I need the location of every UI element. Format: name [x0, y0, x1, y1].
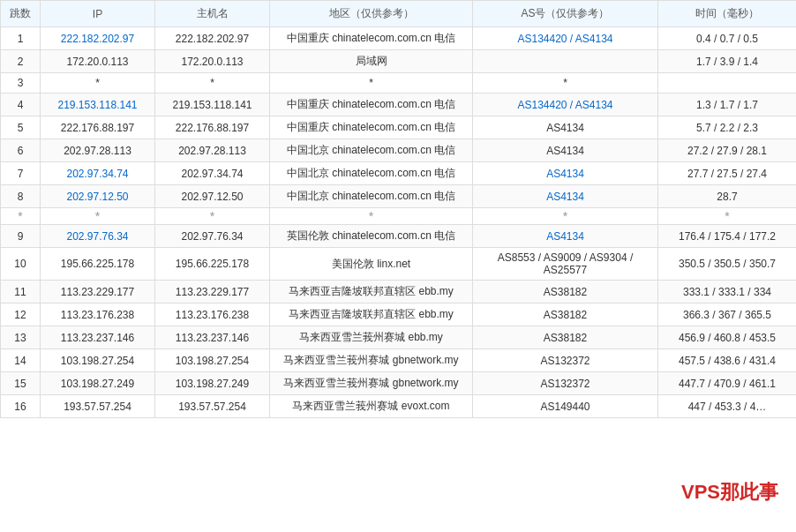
cell-num: 4	[1, 94, 41, 116]
table-row: 2172.20.0.113172.20.0.113局域网1.7 / 3.9 / …	[1, 50, 797, 73]
cell-as: AS4134	[473, 139, 658, 162]
as-link[interactable]: AS4134	[546, 230, 584, 243]
cell-num: 7	[1, 162, 41, 185]
ip-link[interactable]: 202.97.12.50	[66, 191, 128, 203]
cell-time: 5.7 / 2.2 / 2.3	[658, 116, 797, 139]
cell-ip[interactable]: 222.182.202.97	[41, 27, 155, 50]
cell-time: 447 / 453.3 / 4…	[658, 395, 797, 418]
table-row: 4219.153.118.141219.153.118.141中国重庆 chin…	[1, 94, 797, 116]
cell-region: 中国北京 chinatelecom.com.cn 电信	[270, 139, 473, 162]
ip-link[interactable]: 222.182.202.97	[61, 33, 134, 45]
cell-as: AS8553 / AS9009 / AS9304 / AS25577	[473, 248, 658, 281]
cell-region: 马来西亚雪兰莪州赛城 gbnetwork.my	[270, 372, 473, 395]
cell-num: 13	[1, 326, 41, 349]
cell-ip[interactable]: 202.97.76.34	[41, 225, 155, 248]
cell-as: AS132372	[473, 349, 658, 372]
cell-region: 局域网	[270, 50, 473, 73]
cell-num: 8	[1, 185, 41, 208]
cell-ip: 172.20.0.113	[41, 50, 155, 73]
cell-time: 27.2 / 27.9 / 28.1	[658, 139, 797, 162]
cell-time: 1.3 / 1.7 / 1.7	[658, 94, 797, 116]
cell-as[interactable]: AS4134	[473, 225, 658, 248]
cell-ip[interactable]: 202.97.34.74	[41, 162, 155, 185]
cell-ip: 195.66.225.178	[41, 248, 155, 281]
traceroute-table: 跳数 IP 主机名 地区（仅供参考） AS号（仅供参考） 时间（毫秒） 1222…	[0, 0, 796, 418]
cell-time: 176.4 / 175.4 / 177.2	[658, 225, 797, 248]
cell-region: 马来西亚雪兰莪州赛城 ebb.my	[270, 326, 473, 349]
cell-host: 219.153.118.141	[155, 94, 270, 116]
cell-host: 103.198.27.249	[155, 372, 270, 395]
cell-region: 马来西亚雪兰莪州赛城 evoxt.com	[270, 395, 473, 418]
cell-num: 12	[1, 303, 41, 326]
dot-cell: *	[1, 208, 41, 225]
cell-time: 456.9 / 460.8 / 453.5	[658, 326, 797, 349]
ip-link[interactable]: 219.153.118.141	[57, 99, 137, 111]
as-link[interactable]: AS134420 / AS4134	[517, 99, 612, 111]
cell-host: 202.97.28.113	[155, 139, 270, 162]
dot-cell: *	[473, 208, 658, 225]
cell-host: 172.20.0.113	[155, 50, 270, 73]
cell-as[interactable]: AS4134	[473, 162, 658, 185]
table-row: 14103.198.27.254103.198.27.254马来西亚雪兰莪州赛城…	[1, 349, 797, 372]
cell-as: AS38182	[473, 303, 658, 326]
cell-time: 447.7 / 470.9 / 461.1	[658, 372, 797, 395]
cell-region: 马来西亚吉隆坡联邦直辖区 ebb.my	[270, 281, 473, 303]
dot-cell: *	[658, 208, 797, 225]
cell-as: *	[473, 73, 658, 94]
table-row: 9202.97.76.34202.97.76.34英国伦敦 chinatelec…	[1, 225, 797, 248]
table-header-row: 跳数 IP 主机名 地区（仅供参考） AS号（仅供参考） 时间（毫秒）	[1, 1, 797, 27]
table-row: 16193.57.57.254193.57.57.254马来西亚雪兰莪州赛城 e…	[1, 395, 797, 418]
table-row: 15103.198.27.249103.198.27.249马来西亚雪兰莪州赛城…	[1, 372, 797, 395]
cell-region: 中国重庆 chinatelecom.com.cn 电信	[270, 116, 473, 139]
cell-host: 202.97.34.74	[155, 162, 270, 185]
cell-ip: 113.23.229.177	[41, 281, 155, 303]
cell-host: 193.57.57.254	[155, 395, 270, 418]
table-row: 1222.182.202.97222.182.202.97中国重庆 chinat…	[1, 27, 797, 50]
cell-num: 11	[1, 281, 41, 303]
cell-region: 中国重庆 chinatelecom.com.cn 电信	[270, 27, 473, 50]
table-row: 12113.23.176.238113.23.176.238马来西亚吉隆坡联邦直…	[1, 303, 797, 326]
cell-ip: *	[41, 73, 155, 94]
cell-region: 英国伦敦 chinatelecom.com.cn 电信	[270, 225, 473, 248]
cell-host: 195.66.225.178	[155, 248, 270, 281]
cell-ip: 113.23.237.146	[41, 326, 155, 349]
cell-num: 2	[1, 50, 41, 73]
cell-as[interactable]: AS134420 / AS4134	[473, 27, 658, 50]
cell-ip: 202.97.28.113	[41, 139, 155, 162]
header-as: AS号（仅供参考）	[473, 1, 658, 27]
cell-host: *	[155, 73, 270, 94]
cell-host: 113.23.229.177	[155, 281, 270, 303]
as-link[interactable]: AS4134	[546, 168, 584, 180]
cell-num: 9	[1, 225, 41, 248]
cell-ip: 103.198.27.254	[41, 349, 155, 372]
table-row: 7202.97.34.74202.97.34.74中国北京 chinatelec…	[1, 162, 797, 185]
header-time: 时间（毫秒）	[658, 1, 797, 27]
ip-link[interactable]: 202.97.34.74	[66, 168, 128, 180]
cell-num: 6	[1, 139, 41, 162]
as-link[interactable]: AS134420 / AS4134	[517, 33, 612, 45]
cell-region: 美国伦敦 linx.net	[270, 248, 473, 281]
cell-num: 5	[1, 116, 41, 139]
cell-num: 10	[1, 248, 41, 281]
cell-as[interactable]: AS134420 / AS4134	[473, 94, 658, 116]
cell-ip: 103.198.27.249	[41, 372, 155, 395]
cell-num: 16	[1, 395, 41, 418]
cell-host: 113.23.237.146	[155, 326, 270, 349]
cell-as[interactable]: AS4134	[473, 185, 658, 208]
cell-region: 马来西亚雪兰莪州赛城 gbnetwork.my	[270, 349, 473, 372]
cell-num: 1	[1, 27, 41, 50]
table-row: 3****	[1, 73, 797, 94]
table-row: 6202.97.28.113202.97.28.113中国北京 chinatel…	[1, 139, 797, 162]
cell-host: 202.97.76.34	[155, 225, 270, 248]
cell-ip[interactable]: 219.153.118.141	[41, 94, 155, 116]
cell-host: 202.97.12.50	[155, 185, 270, 208]
ip-link[interactable]: 202.97.76.34	[66, 230, 128, 243]
cell-ip[interactable]: 202.97.12.50	[41, 185, 155, 208]
cell-num: 14	[1, 349, 41, 372]
cell-host: 113.23.176.238	[155, 303, 270, 326]
as-link[interactable]: AS4134	[546, 191, 584, 203]
table-row: 5222.176.88.197222.176.88.197中国重庆 chinat…	[1, 116, 797, 139]
cell-ip: 193.57.57.254	[41, 395, 155, 418]
table-body: 1222.182.202.97222.182.202.97中国重庆 chinat…	[1, 27, 797, 418]
main-container: 跳数 IP 主机名 地区（仅供参考） AS号（仅供参考） 时间（毫秒） 1222…	[0, 0, 796, 418]
